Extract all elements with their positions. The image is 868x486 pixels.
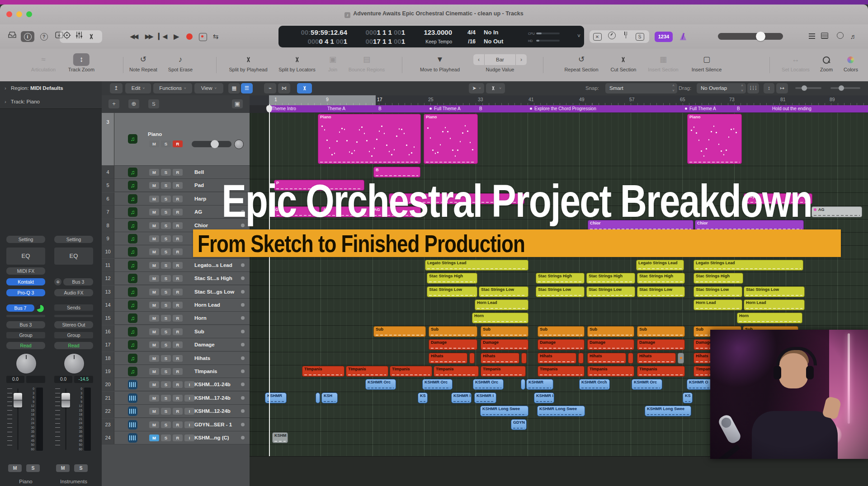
midi-region[interactable]: TImpanis xyxy=(346,366,388,377)
solo-button[interactable]: S xyxy=(161,368,171,375)
midi-region[interactable]: Sub xyxy=(481,326,528,337)
marker-segment[interactable]: Theme Intro xyxy=(269,105,328,112)
track-header-row[interactable]: 12♫MSRStac St...s High xyxy=(102,272,250,285)
crossfade-button[interactable]: ⋈ xyxy=(278,83,290,93)
input-monitor-button[interactable]: I xyxy=(184,395,194,402)
record-enable-button[interactable]: R xyxy=(173,395,183,402)
view-menu[interactable]: View˅ xyxy=(194,83,223,93)
midi-region[interactable]: TImpanis xyxy=(390,366,432,377)
midi-region[interactable]: Horn Lead xyxy=(475,299,528,310)
marker-segment[interactable]: B xyxy=(734,105,773,112)
strip-slot-group[interactable]: Group xyxy=(6,332,45,338)
strip-slot-midi-fx[interactable]: MIDI FX xyxy=(6,267,45,275)
volume-knob[interactable] xyxy=(756,32,765,41)
input-monitor-button[interactable]: I xyxy=(184,381,194,388)
add-track-button[interactable]: + xyxy=(108,99,119,108)
track-volume-slider[interactable] xyxy=(192,141,231,147)
mute-button[interactable]: M xyxy=(149,341,159,348)
cancel-mode-icon[interactable]: ✕ xyxy=(591,32,603,42)
solo-button[interactable]: S xyxy=(161,302,171,308)
track-header-row[interactable]: 21MSRIKSHM...17-24b xyxy=(102,392,250,405)
send-level-knob[interactable] xyxy=(36,304,44,313)
audio-region[interactable]: KSHMR xyxy=(265,393,287,403)
midi-region[interactable]: Legato Strings Lead xyxy=(693,260,803,271)
audio-region[interactable] xyxy=(316,393,320,403)
audio-region[interactable]: KSHMR Orc xyxy=(365,379,396,390)
solo-button[interactable]: S xyxy=(161,182,171,189)
track-header-row[interactable]: 24MSRIKSHM...ng (C) xyxy=(102,431,250,444)
hide-automation-button[interactable]: ↥ xyxy=(110,83,123,93)
strip-slot-read[interactable]: Read xyxy=(54,342,93,349)
midi-region[interactable]: Stac Strings High xyxy=(637,273,685,284)
audio-region[interactable]: KSHMR Orch xyxy=(579,379,610,390)
midi-region[interactable]: TImpanis xyxy=(637,366,685,377)
midi-region[interactable]: Stac Strings Low xyxy=(536,286,585,297)
mute-button[interactable]: M xyxy=(149,302,159,308)
edit-menu[interactable]: Edit˅ xyxy=(125,83,151,93)
record-enable-button[interactable]: R xyxy=(173,421,183,428)
midi-region[interactable]: Damage xyxy=(587,339,634,350)
midi-region[interactable]: Stac Strings High xyxy=(693,273,743,284)
input-monitor-button[interactable]: I xyxy=(184,435,194,441)
track-header-row[interactable]: 13♫MSRStac St...gs Low xyxy=(102,285,250,299)
midi-region[interactable]: Sub xyxy=(538,326,585,337)
disclosure-chevron-icon[interactable]: › xyxy=(5,85,6,91)
midi-region[interactable]: Hihats xyxy=(429,353,467,364)
pointer-tool-menu[interactable]: ➤˅ xyxy=(469,83,484,93)
play-button[interactable]: ▶ xyxy=(170,31,182,42)
toolbar-item-note-repeat[interactable]: ↺Note Repeat xyxy=(129,53,157,72)
horizontal-zoom-slider[interactable] xyxy=(830,87,860,89)
fader-cap[interactable] xyxy=(61,393,70,407)
channel-fader[interactable]: 03691215182124303540455060 xyxy=(54,387,93,452)
midi-region[interactable]: Sub xyxy=(373,326,426,337)
mute-button[interactable]: M xyxy=(149,140,159,147)
track-header-row[interactable]: 14♫MSRHorn Lead xyxy=(102,299,250,312)
strip-slot-kontakt[interactable]: Kontakt xyxy=(6,278,45,285)
lcd-time[interactable]: 00:59:59:12.640000 4 1 001 xyxy=(278,27,347,46)
disclosure-chevron-icon[interactable]: › xyxy=(5,99,6,104)
solo-button[interactable]: S xyxy=(161,355,171,362)
midi-region[interactable] xyxy=(678,353,684,364)
midi-region[interactable] xyxy=(469,353,475,364)
mute-button[interactable]: M xyxy=(149,182,159,189)
midi-region[interactable]: TImpanis xyxy=(538,366,585,377)
pan-knob[interactable] xyxy=(64,353,85,374)
list-editors-icon[interactable] xyxy=(807,32,817,41)
track-header-row[interactable]: 18♫MSRHihats xyxy=(102,352,250,365)
strip-slot-group[interactable]: Group xyxy=(54,332,93,338)
strip-slot-audio-fx[interactable]: Audio FX xyxy=(54,289,93,296)
nudge-value-stepper[interactable]: ‹ Bar › xyxy=(473,54,527,65)
solo-button[interactable]: S xyxy=(161,140,171,147)
marker-segment[interactable]: B xyxy=(376,105,430,112)
strip-slot-setting[interactable]: Setting xyxy=(6,236,45,243)
strip-slot-sends[interactable]: Sends xyxy=(54,304,93,311)
audio-region[interactable]: GDYN xyxy=(511,419,527,430)
midi-region[interactable] xyxy=(578,353,584,364)
strip-solo-button[interactable]: S xyxy=(26,464,40,472)
midi-region[interactable]: TImpanis xyxy=(481,366,526,377)
record-enable-button[interactable]: R xyxy=(173,315,183,322)
mute-button[interactable]: M xyxy=(149,196,159,202)
track-sort-button[interactable]: ▣ xyxy=(232,99,243,108)
midi-region[interactable]: Sub xyxy=(429,326,477,337)
vertical-zoom-slider[interactable] xyxy=(795,87,821,89)
nudge-forward-icon[interactable]: › xyxy=(516,54,527,65)
scissors-icon[interactable] xyxy=(85,31,97,42)
grid-view-button[interactable]: ▦ xyxy=(228,83,240,93)
marker-segment[interactable]: Explore the Chord Progression xyxy=(527,105,686,112)
midi-region[interactable]: Horn xyxy=(737,313,802,323)
strip-slot-eq[interactable]: EQ xyxy=(6,248,45,265)
mute-button[interactable]: M xyxy=(149,248,159,255)
lcd-position[interactable]: 0001 1 1 0010017 1 1 001 xyxy=(347,27,405,46)
media-browser-icon[interactable]: ♬ xyxy=(848,32,859,41)
strip-slot-pro-q-3[interactable]: Pro-Q 3 xyxy=(6,289,45,296)
audio-region[interactable] xyxy=(521,379,525,390)
audio-region[interactable]: KSHMR Long Swee xyxy=(480,406,528,416)
midi-region[interactable]: Damage xyxy=(637,339,685,350)
lcd-tempo[interactable]: 123.0000Keep Tempo xyxy=(405,27,452,46)
forward-button[interactable]: ▶▶ xyxy=(143,31,155,42)
midi-region[interactable]: Stac Strings Low xyxy=(427,286,477,297)
audio-region[interactable]: KSHMR Orc xyxy=(473,379,504,390)
toolbar-item-split-by-locators[interactable]: Split by Locators xyxy=(278,53,315,72)
lcd-display[interactable]: 00:59:59:12.640000 4 1 001 0001 1 1 0010… xyxy=(278,26,584,47)
